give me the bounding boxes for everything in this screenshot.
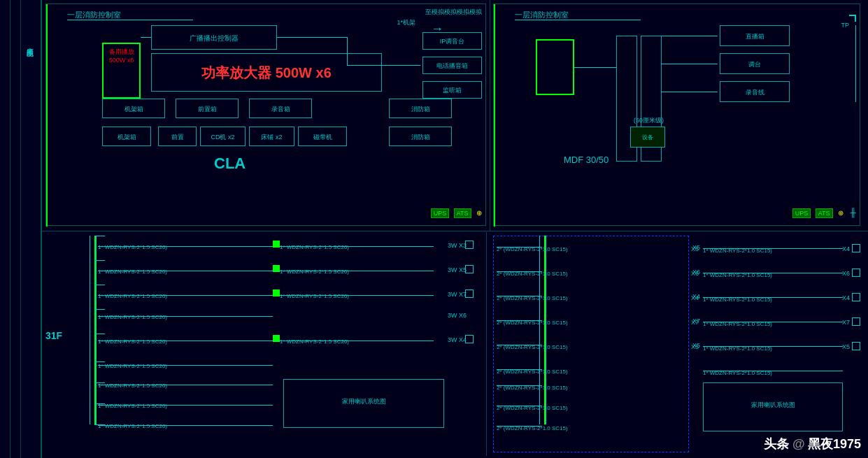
node-3: 3W X7: [448, 291, 467, 298]
small-box-2-label: 前置箱: [176, 99, 238, 119]
node-4: 3W X6: [448, 312, 467, 319]
right-wire-h-7: [497, 385, 542, 386]
small-box-1: 机架箱: [102, 99, 165, 118]
fr-terminal-4: [852, 317, 860, 326]
bus-tap-4: [94, 309, 105, 310]
bus-tap-3: [94, 285, 105, 285]
right-box-2-label: 调台: [720, 54, 789, 75]
small-box-4-label: 消防箱: [390, 99, 451, 119]
terminal-3: [465, 289, 474, 298]
green-border-right: [494, 4, 495, 227]
node-2: 3W X5: [448, 266, 467, 273]
right-diagram-title: 一层消防控制室: [515, 10, 569, 20]
fr-box-label: 家用喇叭系统图: [703, 382, 843, 431]
fr-box-label-text: 家用喇叭系统图: [704, 401, 842, 410]
right-wire-h-3: [497, 296, 542, 296]
bottom-box-1-label: 机架箱: [103, 127, 150, 147]
left-border-2: [10, 0, 21, 458]
monitor-box: 监听箱: [422, 81, 482, 99]
bottom-box-4: 床铺 x2: [249, 127, 294, 146]
connector-2: [273, 265, 280, 272]
watermark: 头条 @ 黑夜1975: [764, 436, 861, 452]
green-connector-right: [536, 39, 574, 95]
right-box-1: 直播箱: [720, 25, 790, 46]
wire-label-1b: 1* WDZN-RYS-2*1.5 SC20): [280, 244, 349, 250]
wire-label-7: 1* WDZN-RYS-2*1.5 SC20): [98, 382, 167, 389]
right-box-3-label: 录音线: [720, 82, 789, 103]
bus-outline: [90, 236, 97, 424]
bottom-box-6: 消防箱: [389, 127, 452, 146]
vertical-separator-top: [490, 0, 490, 231]
terminal-1: [465, 241, 474, 249]
content-area: 一层消防控制室 广播播出控制器 备用播放 500W x6 功率放大器 500W …: [42, 0, 868, 458]
wire-label-3: 1* WDZN-RYS-2*1.5 SC20): [98, 293, 167, 299]
far-right-wires: 1* WDZN-RYS-2*1.0 SC15) X4 1* WDZN-RYS-2…: [703, 236, 864, 452]
bottom-vertical-separator: [486, 232, 487, 456]
bottom-box-2: 前置: [158, 127, 197, 146]
ups-ats-right: UPS ATS ⊕ ╫: [792, 206, 856, 218]
watermark-at: @: [792, 437, 805, 451]
h-line-r3: [662, 64, 718, 64]
x-label-2: X6: [691, 270, 699, 277]
tp-symbol: [849, 15, 856, 22]
bottom-box-2-label: 前置: [159, 127, 196, 147]
power-symbol-right: ⊕: [838, 209, 844, 217]
bottom-box-5: 磁带机: [298, 127, 347, 146]
x-label-1: X5: [691, 245, 699, 252]
terminal-symbol: ╫: [850, 208, 856, 217]
h-line-r4: [662, 92, 718, 92]
wire-label-5: 1* WDZN-RYS-2*1.5 SC20): [98, 338, 167, 345]
ups-label: UPS: [431, 208, 450, 218]
h-line-r1: [574, 67, 616, 68]
small-box-2: 前置箱: [176, 99, 239, 118]
wire-label-6: 1* WDZN-RYS-2*1.5 SC20): [98, 363, 167, 369]
fr-wire-h-5: [703, 346, 843, 347]
mdf-label: MDF 30/50: [564, 155, 609, 165]
right-box-2: 调台: [720, 53, 790, 74]
right-wire-h-2: [497, 271, 542, 272]
ip-box: IP调音台: [422, 32, 482, 50]
v-line-r1: [855, 25, 856, 102]
small-box-3: 录音箱: [249, 99, 312, 118]
bus-tap-8: [94, 403, 105, 404]
bus-tap-7: [94, 382, 105, 383]
ip-label: IP调音台: [423, 33, 481, 50]
right-wire-h-5: [497, 345, 542, 345]
box-label-left: 家用喇叭系统图: [284, 397, 443, 406]
fr-node-2: X6: [842, 270, 850, 277]
connector-5: [273, 335, 280, 342]
horizontal-separator: [42, 231, 868, 231]
left-diagram-title: 一层消防控制室: [67, 10, 121, 20]
title-underline: [67, 20, 193, 20]
elec-box: 电话播音箱: [422, 57, 482, 74]
node-1: 3W X3: [448, 242, 467, 249]
watermark-prefix: 头条: [764, 437, 789, 451]
sub-label: 1*机架: [397, 18, 415, 27]
small-device-box: 设备: [630, 127, 665, 148]
right-wire-h-8: [497, 406, 542, 406]
h-line-2: [277, 37, 347, 38]
bus-tap-2: [94, 260, 105, 261]
h-line-r2: [662, 36, 718, 36]
small-device-label: 设备: [631, 127, 664, 148]
bus-tap-6: [94, 362, 105, 362]
bottom-box-5-label: 磁带机: [299, 127, 346, 147]
right-wire-h-1: [497, 247, 542, 248]
connector-3: [273, 289, 280, 296]
right-title-underline: [515, 20, 641, 20]
sidebar-label: 广播系统图: [24, 42, 34, 45]
ups-ats-left: UPS ATS ⊕: [431, 206, 482, 218]
fr-terminal-1: [852, 244, 860, 252]
wire-label-1: 1* WDZN-RYS-2*1.5 SC20): [98, 244, 167, 250]
floor-label: 31F: [45, 330, 62, 341]
fr-node-4: X7: [842, 319, 850, 326]
cla-text: CLA: [214, 155, 259, 173]
small-box-1-label: 机架箱: [103, 99, 164, 119]
x-label-5: X5: [691, 343, 699, 350]
wire-label-3b: 1* WDZN-RYS-2*1.5 SC20): [280, 293, 349, 299]
left-top-diagram: 一层消防控制室 广播播出控制器 备用播放 500W x6 功率放大器 500W …: [45, 3, 486, 226]
right-box-3: 录音线: [720, 81, 790, 102]
node-5: 3W X4: [448, 336, 467, 343]
x-labels-col: X5 X6 X4 X7 X5: [691, 236, 705, 424]
fr-node-1: X4: [842, 245, 850, 252]
